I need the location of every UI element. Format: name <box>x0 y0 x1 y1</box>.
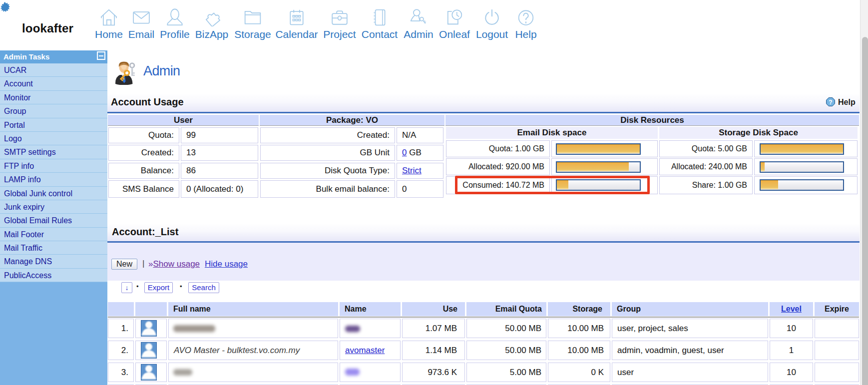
svg-text:?: ? <box>829 99 832 106</box>
